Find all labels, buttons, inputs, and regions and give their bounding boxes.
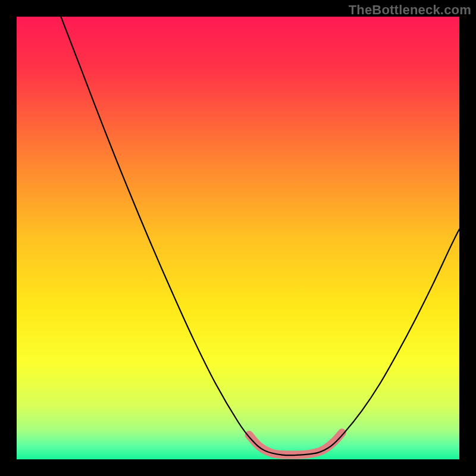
gradient-background bbox=[17, 17, 459, 459]
chart-svg bbox=[17, 17, 459, 459]
plot-area bbox=[17, 17, 459, 459]
chart-container: TheBottleneck.com bbox=[0, 0, 476, 476]
watermark-text: TheBottleneck.com bbox=[349, 2, 471, 18]
